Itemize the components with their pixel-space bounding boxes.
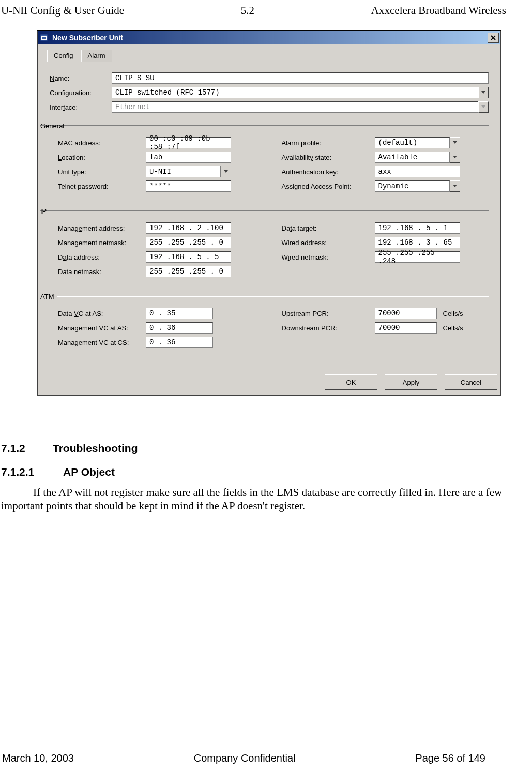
data-target-field[interactable]: 192 .168 . 5 . 1 xyxy=(375,222,460,234)
section-7-1-2: 7.1.2Troubleshooting xyxy=(1,442,511,455)
data-vc-as-field[interactable]: 0 . 35 xyxy=(146,308,213,319)
close-button[interactable] xyxy=(488,33,499,43)
subsection-title: AP Object xyxy=(63,466,115,478)
up-pcr-unit: Cells/s xyxy=(443,310,463,317)
wired-mask-field[interactable]: 255 .255 .255 .248 xyxy=(375,251,460,263)
tab-config[interactable]: Config xyxy=(47,50,80,62)
down-pcr-unit: Cells/s xyxy=(443,324,463,332)
doc-header-left: U-NII Config & User Guide xyxy=(1,4,124,17)
assigned-ap-label: Assigned Access Point: xyxy=(282,183,375,190)
wired-addr-field[interactable]: 192 .168 . 3 . 65 xyxy=(375,237,460,248)
mac-label: MAC address: xyxy=(58,139,146,147)
svg-rect-3 xyxy=(42,38,46,39)
mgmt-vc-cs-label: Management VC at CS: xyxy=(58,339,146,346)
up-pcr-label: Upstream PCR: xyxy=(282,310,375,317)
availability-label: Availability state: xyxy=(282,154,375,161)
mgmt-vc-cs-field[interactable]: 0 . 36 xyxy=(146,337,213,348)
window-title: New Subscriber Unit xyxy=(52,34,488,42)
tab-alarm[interactable]: Alarm xyxy=(81,50,112,62)
configuration-dropdown[interactable] xyxy=(478,87,489,98)
titlebar: New Subscriber Unit xyxy=(38,31,500,44)
mgmt-addr-field[interactable]: 192 .168 . 2 .100 xyxy=(146,222,231,234)
down-pcr-label: Downstream PCR: xyxy=(282,324,375,332)
name-field[interactable]: CLIP_S SU xyxy=(112,72,489,84)
window-icon xyxy=(40,33,49,42)
name-label: Name: xyxy=(50,74,112,82)
mac-field[interactable]: 00 :c0 :69 :0b :58 :7f xyxy=(146,137,231,148)
doc-footer-left: March 10, 2003 xyxy=(2,752,74,764)
configuration-field[interactable]: CLIP switched (RFC 1577) xyxy=(112,87,478,98)
alarm-profile-label: Alarm profile: xyxy=(282,139,375,147)
telnet-label: Telnet password: xyxy=(58,183,146,190)
close-icon xyxy=(491,35,496,40)
interface-dropdown xyxy=(478,101,489,113)
apply-button[interactable]: Apply xyxy=(385,374,437,390)
subsection-number: 7.1.2.1 xyxy=(1,466,63,478)
unit-type-field[interactable]: U-NII xyxy=(146,166,221,177)
auth-key-label: Authentication key: xyxy=(282,168,375,176)
data-addr-field[interactable]: 192 .168 . 5 . 5 xyxy=(146,251,231,263)
alarm-profile-field[interactable]: (default) xyxy=(375,137,450,148)
auth-key-field[interactable]: axx xyxy=(375,166,460,177)
location-label: Location: xyxy=(58,154,146,161)
group-ip-legend: IP xyxy=(40,207,50,215)
svg-rect-1 xyxy=(41,35,47,36)
assigned-ap-field[interactable]: Dynamic xyxy=(375,180,450,192)
mgmt-mask-field[interactable]: 255 .255 .255 . 0 xyxy=(146,237,231,248)
section-number: 7.1.2 xyxy=(1,442,53,455)
chevron-down-icon xyxy=(453,185,457,188)
interface-label: Interface: xyxy=(50,103,112,111)
chevron-down-icon xyxy=(224,170,228,173)
unit-type-label: Unit type: xyxy=(58,168,146,176)
interface-field: Ethernet xyxy=(112,101,478,113)
section-7-1-2-1: 7.1.2.1AP Object xyxy=(1,466,511,478)
chevron-down-icon xyxy=(453,141,457,144)
mgmt-vc-as-label: Management VC at AS: xyxy=(58,324,146,332)
doc-header-center: 5.2 xyxy=(241,4,254,17)
data-addr-label: Data address: xyxy=(58,253,146,261)
data-vc-as-label: Data VC at AS: xyxy=(58,310,146,317)
wired-addr-label: Wired address: xyxy=(282,239,375,247)
body-paragraph: If the AP will not register make sure al… xyxy=(1,486,511,513)
group-atm-legend: ATM xyxy=(40,293,57,300)
doc-footer-center: Company Confidential xyxy=(194,752,296,764)
ok-button[interactable]: OK xyxy=(325,374,377,390)
telnet-field[interactable]: ***** xyxy=(146,180,231,192)
section-title: Troubleshooting xyxy=(53,442,138,454)
chevron-down-icon xyxy=(481,105,485,109)
doc-footer-right: Page 56 of 149 xyxy=(415,752,485,764)
svg-rect-2 xyxy=(42,37,46,38)
down-pcr-field[interactable]: 70000 xyxy=(375,322,437,334)
availability-dropdown[interactable] xyxy=(450,152,460,163)
alarm-profile-dropdown[interactable] xyxy=(450,137,460,148)
new-subscriber-window: New Subscriber Unit Config Alarm Name: C… xyxy=(37,31,501,396)
configuration-label: Configuration: xyxy=(50,89,112,97)
up-pcr-field[interactable]: 70000 xyxy=(375,308,437,319)
assigned-ap-dropdown[interactable] xyxy=(450,180,460,192)
availability-field[interactable]: Available xyxy=(375,152,450,163)
data-target-label: Data target: xyxy=(282,224,375,232)
mgmt-addr-label: Management address: xyxy=(58,224,146,232)
unit-type-dropdown[interactable] xyxy=(221,166,231,177)
mgmt-mask-label: Management netmask: xyxy=(58,239,146,247)
data-mask-label: Data netmask: xyxy=(58,268,146,276)
group-general-legend: General xyxy=(40,122,67,130)
chevron-down-icon xyxy=(481,91,485,94)
cancel-button[interactable]: Cancel xyxy=(445,374,497,390)
wired-mask-label: Wired netmask: xyxy=(282,253,375,261)
doc-header-right: Axxcelera Broadband Wireless xyxy=(371,4,506,17)
mgmt-vc-as-field[interactable]: 0 . 36 xyxy=(146,322,213,334)
location-field[interactable]: lab xyxy=(146,152,231,163)
chevron-down-icon xyxy=(453,156,457,159)
data-mask-field[interactable]: 255 .255 .255 . 0 xyxy=(146,266,231,277)
